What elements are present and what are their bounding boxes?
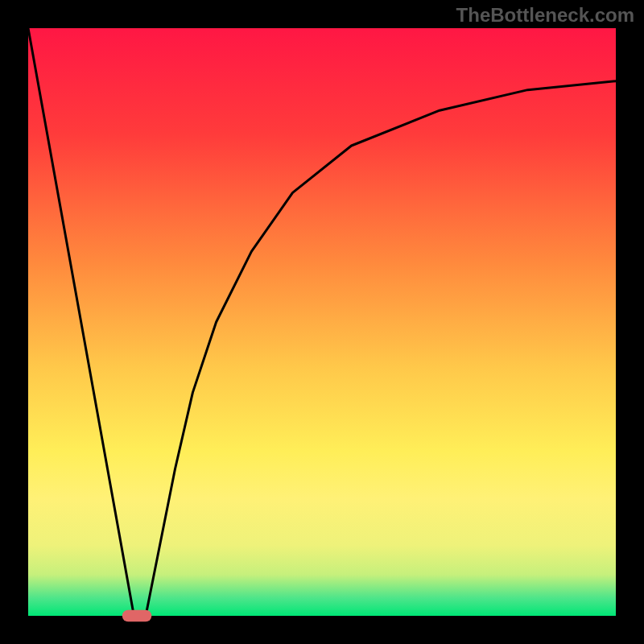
watermark-text: TheBottleneck.com <box>456 4 634 27</box>
plot-area <box>28 28 616 621</box>
chart-container: TheBottleneck.com <box>0 0 644 644</box>
optimal-marker <box>122 610 152 622</box>
gradient-background <box>28 28 616 616</box>
bottleneck-chart <box>0 0 644 644</box>
